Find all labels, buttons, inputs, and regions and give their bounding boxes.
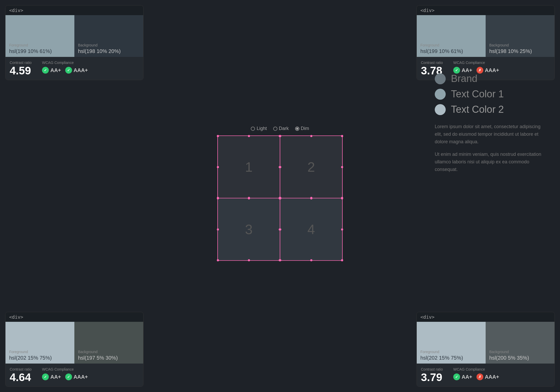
card-br-foreground-swatch: Foreground hsl(202 15% 75%) <box>417 322 486 364</box>
handle-p2-ml[interactable] <box>279 166 281 168</box>
handle-p4-br[interactable] <box>341 259 343 261</box>
lorem-p1: Lorem ipsum dolor sit amet, consectetur … <box>435 123 544 145</box>
handle-p1-ml[interactable] <box>217 166 219 168</box>
theme-option-light[interactable]: Light <box>251 126 267 131</box>
handle-p2-mr[interactable] <box>341 166 343 168</box>
handle-p4-bl[interactable] <box>279 259 281 261</box>
panel-1-number: 1 <box>245 159 253 175</box>
card-tr-aaa-badge: ✗ AAA+ <box>476 67 499 74</box>
card-bl-bg-value: hsl(197 5% 30%) <box>78 355 140 361</box>
card-bl-tag: <div> <box>5 312 143 322</box>
card-bl-bg-label: Background <box>78 350 140 354</box>
card-tl-tag: <div> <box>5 5 143 15</box>
handle-p3-tm[interactable] <box>248 197 250 199</box>
inner-grid: 1 2 <box>218 136 342 260</box>
radio-dim-dot <box>296 128 298 130</box>
card-tl-aaa-icon: ✓ <box>65 67 72 74</box>
card-br-fg-value: hsl(202 15% 75%) <box>420 355 482 361</box>
lorem-section: Lorem ipsum dolor sit amet, consectetur … <box>435 123 544 173</box>
card-br-aaa-badge: ✗ AAA+ <box>476 373 499 380</box>
card-br-background-swatch: Background hsl(200 5% 35%) <box>486 322 555 364</box>
radio-light[interactable] <box>251 127 255 131</box>
card-br-tag: <div> <box>417 312 555 322</box>
card-tr-wcag: WCAG Compliance ✓ AA+ ✗ AAA+ <box>453 61 499 74</box>
legend-brand-label: Brand <box>451 73 477 84</box>
handle-p1-tm[interactable] <box>248 135 250 137</box>
card-br-fg-label: Foreground <box>420 350 482 354</box>
card-br-contrast: Contrast ratio 3.79 <box>421 367 443 383</box>
card-bl-aaa-icon: ✓ <box>65 373 72 380</box>
card-tr-aaa-icon: ✗ <box>476 67 483 74</box>
card-tr-bg-value: hsl(198 10% 25%) <box>489 48 551 54</box>
handle-p2-tm[interactable] <box>310 135 312 137</box>
handle-p4-tr[interactable] <box>341 197 343 199</box>
card-br-aa-icon: ✓ <box>453 373 460 380</box>
grid-container: 1 2 <box>217 135 343 261</box>
center-area: Light Dark Dim <box>217 126 343 261</box>
grid-panel-3: 3 <box>218 198 280 260</box>
lorem-p2: Ut enim ad minim veniam, quis nostrud ex… <box>435 151 544 173</box>
theme-selector[interactable]: Light Dark Dim <box>251 126 309 131</box>
theme-option-dim[interactable]: Dim <box>295 126 309 131</box>
card-bl-fg-label: Foreground <box>9 350 71 354</box>
card-bl-aa-icon: ✓ <box>42 373 49 380</box>
card-br-aa-badge: ✓ AA+ <box>453 373 472 380</box>
handle-p1-tl[interactable] <box>217 135 219 137</box>
theme-dark-label: Dark <box>279 126 289 131</box>
card-tr-foreground-swatch: Foreground hsl(199 10% 61%) <box>417 15 486 57</box>
card-br-aaa-icon: ✗ <box>476 373 483 380</box>
legend-text1-label: Text Color 1 <box>451 88 504 100</box>
card-tr-fg-label: Foreground <box>420 43 482 47</box>
card-tl-fg-value: hsl(199 10% 61%) <box>9 48 71 54</box>
handle-p4-ml[interactable] <box>279 228 281 230</box>
card-tr-badges: ✓ AA+ ✗ AAA+ <box>453 67 499 74</box>
card-tl-wcag: WCAG Compliance ✓ AA+ ✓ AAA+ <box>42 61 88 74</box>
card-tr-swatches: Foreground hsl(199 10% 61%) Background h… <box>417 15 555 57</box>
card-bl-aa-badge: ✓ AA+ <box>42 373 61 380</box>
card-tl-stats: Contrast ratio 4.59 WCAG Compliance ✓ AA… <box>5 57 143 80</box>
grid-panel-1: 1 <box>218 136 280 198</box>
card-tl-bg-value: hsl(198 10% 20%) <box>78 48 140 54</box>
handle-p3-bl[interactable] <box>217 259 219 261</box>
card-tr-aa-icon: ✓ <box>453 67 460 74</box>
radio-dim[interactable] <box>295 127 299 131</box>
legend-text1-circle <box>435 89 446 100</box>
theme-option-dark[interactable]: Dark <box>273 126 289 131</box>
handle-p3-bm[interactable] <box>248 259 250 261</box>
card-bl-swatches: Foreground hsl(202 15% 75%) Background h… <box>5 322 143 364</box>
radio-dark[interactable] <box>273 127 277 131</box>
card-tl-contrast: Contrast ratio 4.59 <box>10 61 32 76</box>
handle-p4-tl[interactable] <box>279 197 281 199</box>
card-tr-tag: <div> <box>417 5 555 15</box>
legend-text2-label: Text Color 2 <box>451 104 504 115</box>
card-tl-fg-label: Foreground <box>9 43 71 47</box>
legend-brand-circle <box>435 73 446 84</box>
card-bl-stats: Contrast ratio 4.64 WCAG Compliance ✓ AA… <box>5 364 143 387</box>
card-br-bg-value: hsl(200 5% 35%) <box>489 355 551 361</box>
card-bl-background-swatch: Background hsl(197 5% 30%) <box>74 322 143 364</box>
card-top-right: <div> Foreground hsl(199 10% 61%) Backgr… <box>416 5 555 80</box>
card-tr-background-swatch: Background hsl(198 10% 25%) <box>486 15 555 57</box>
card-bottom-right: <div> Foreground hsl(202 15% 75%) Backgr… <box>416 312 555 387</box>
card-tl-bg-label: Background <box>78 43 140 47</box>
handle-p4-tm[interactable] <box>310 197 312 199</box>
card-br-swatches: Foreground hsl(202 15% 75%) Background h… <box>417 322 555 364</box>
card-bl-aaa-badge: ✓ AAA+ <box>65 373 88 380</box>
grid-wrapper: 1 2 <box>217 135 343 261</box>
card-tr-aa-badge: ✓ AA+ <box>453 67 472 74</box>
card-bl-foreground-swatch: Foreground hsl(202 15% 75%) <box>5 322 74 364</box>
handle-p2-tr[interactable] <box>341 135 343 137</box>
card-bottom-left: <div> Foreground hsl(202 15% 75%) Backgr… <box>5 312 144 387</box>
handle-p4-mr[interactable] <box>341 228 343 230</box>
theme-light-label: Light <box>257 126 267 131</box>
card-bl-contrast: Contrast ratio 4.64 <box>10 367 32 383</box>
handle-p2-tl[interactable] <box>279 135 281 137</box>
card-tr-fg-value: hsl(199 10% 61%) <box>420 48 482 54</box>
panel-3-number: 3 <box>245 222 253 237</box>
handle-p3-tl[interactable] <box>217 197 219 199</box>
panel-2-number: 2 <box>307 159 315 175</box>
card-bl-fg-value: hsl(202 15% 75%) <box>9 355 71 361</box>
card-tl-aaa-badge: ✓ AAA+ <box>65 67 88 74</box>
handle-p4-bm[interactable] <box>310 259 312 261</box>
handle-p3-ml[interactable] <box>217 228 219 230</box>
